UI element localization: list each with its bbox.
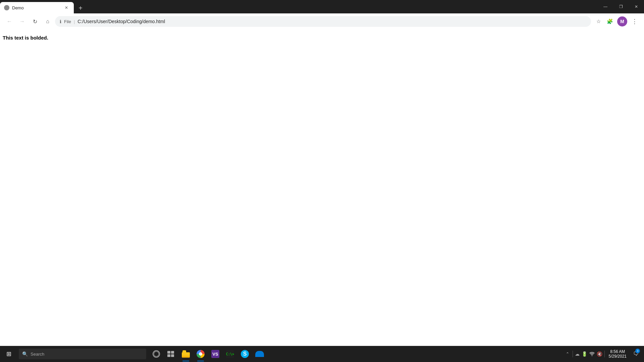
taskbar-app-onedrive[interactable]: [252, 346, 267, 362]
clock-date: 5/29/2021: [609, 354, 627, 359]
notification-badge: 3: [635, 349, 640, 353]
profile-button[interactable]: M: [617, 16, 627, 26]
menu-button[interactable]: ⋮: [629, 16, 640, 27]
clock[interactable]: 8:56 AM 5/29/2021: [606, 349, 629, 359]
security-icon: ℹ: [60, 19, 61, 24]
maximize-button[interactable]: ❐: [613, 0, 629, 13]
extensions-button[interactable]: 🧩: [604, 16, 615, 27]
start-button[interactable]: ⊞: [0, 346, 17, 362]
taskbar: ⊞ 🔍 Search: [0, 346, 644, 362]
tab-title: Demo: [12, 5, 60, 10]
svg-rect-6: [167, 354, 170, 357]
star-button[interactable]: ☆: [593, 16, 604, 27]
window-controls: — ❐ ✕: [598, 0, 644, 13]
tabs-area: Demo ✕ +: [0, 0, 598, 13]
address-bar: ← → ↻ ⌂ ℹ File | C:/Users/User/Desktop/C…: [0, 13, 644, 29]
clock-time: 8:56 AM: [610, 349, 625, 354]
vscode-icon: VS: [211, 350, 219, 358]
back-button[interactable]: ←: [4, 16, 15, 27]
taskbar-app-cortana[interactable]: [149, 346, 164, 362]
tray-divider: [573, 351, 573, 357]
skype-icon: S: [241, 350, 249, 358]
toolbar-icons: ☆ 🧩 M ⋮: [593, 16, 640, 27]
volume-tray-icon[interactable]: 🔇: [597, 351, 602, 357]
taskbar-app-file-explorer[interactable]: [178, 346, 193, 362]
tab-close-button[interactable]: ✕: [63, 4, 70, 11]
tray-divider-2: [604, 351, 605, 357]
svg-point-3: [154, 352, 159, 357]
search-placeholder: Search: [31, 352, 44, 357]
svg-rect-7: [171, 354, 174, 357]
taskbar-app-task-view[interactable]: [164, 346, 178, 362]
system-tray: ⌃ ☁ 🔋 🔇: [562, 346, 644, 362]
tray-overflow-button[interactable]: ⌃: [565, 352, 571, 356]
cloud-tray-icon[interactable]: ☁: [575, 351, 580, 357]
url-text: C:/Users/User/Desktop/Coding/demo.html: [77, 19, 586, 24]
taskbar-app-skype[interactable]: S: [237, 346, 252, 362]
tab-favicon: [4, 5, 9, 10]
bold-text: This text is bolded.: [3, 35, 48, 41]
onedrive-icon: [255, 351, 264, 357]
title-bar: Demo ✕ + — ❐ ✕: [0, 0, 644, 13]
url-separator: |: [74, 19, 75, 24]
svg-rect-4: [167, 351, 170, 354]
tray-icons: ⌃ ☁ 🔋 🔇: [565, 351, 605, 357]
chrome-icon: [197, 350, 205, 358]
page-content: This text is bolded.: [0, 29, 644, 346]
taskbar-app-terminal[interactable]: C:\>: [223, 346, 237, 362]
notification-button[interactable]: 🗨 3: [631, 346, 641, 362]
forward-button[interactable]: →: [17, 16, 28, 27]
file-explorer-icon: [182, 350, 190, 358]
taskbar-search[interactable]: 🔍 Search: [19, 349, 146, 359]
address-input[interactable]: ℹ File | C:/Users/User/Desktop/Coding/de…: [55, 16, 591, 27]
close-button[interactable]: ✕: [629, 0, 644, 13]
task-view-icon: [167, 351, 175, 357]
battery-tray-icon[interactable]: 🔋: [582, 351, 587, 357]
taskbar-apps: VS C:\> S: [149, 346, 267, 362]
active-tab[interactable]: Demo ✕: [0, 2, 74, 13]
new-tab-button[interactable]: +: [75, 3, 86, 13]
search-icon: 🔍: [22, 351, 28, 357]
home-button[interactable]: ⌂: [42, 16, 53, 27]
minimize-button[interactable]: —: [598, 0, 613, 13]
browser-window: Demo ✕ + — ❐ ✕ ← → ↻ ⌂ ℹ File | C:/Users…: [0, 0, 644, 362]
taskbar-app-vscode[interactable]: VS: [208, 346, 223, 362]
svg-point-8: [591, 355, 592, 356]
taskbar-app-chrome[interactable]: [193, 346, 208, 362]
file-label: File: [64, 19, 71, 24]
cortana-icon: [153, 350, 160, 358]
network-tray-icon[interactable]: [589, 352, 595, 356]
reload-button[interactable]: ↻: [30, 16, 40, 27]
terminal-icon: C:\>: [226, 350, 234, 358]
svg-rect-5: [171, 351, 174, 354]
